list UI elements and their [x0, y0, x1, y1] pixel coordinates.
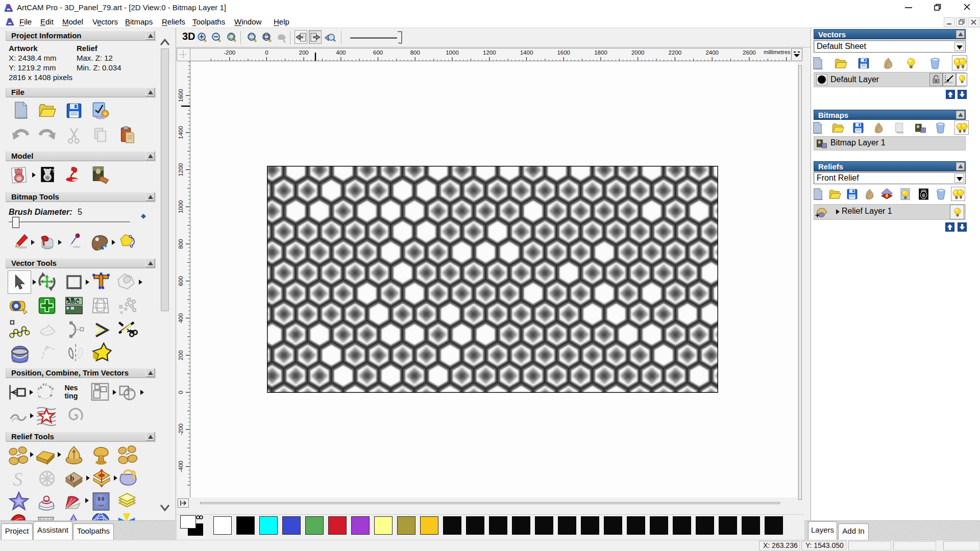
svg-text:0: 0 [265, 49, 268, 56]
svg-text:1800: 1800 [594, 49, 607, 56]
svg-text:400: 400 [336, 49, 346, 56]
svg-text:ting: ting [64, 392, 78, 400]
svg-text:1600: 1600 [178, 89, 184, 102]
svg-text:T: T [52, 168, 55, 173]
svg-text:1400: 1400 [178, 126, 184, 139]
svg-text:400: 400 [178, 313, 184, 323]
svg-text:c: c [37, 395, 42, 398]
svg-text:1200: 1200 [178, 163, 184, 177]
svg-text:o n: o n [48, 384, 55, 391]
svg-text:2200: 2200 [669, 49, 682, 56]
svg-text:b: b [70, 474, 74, 482]
svg-text:0: 0 [178, 391, 184, 394]
svg-text:Nes: Nes [64, 384, 78, 392]
svg-text:200: 200 [178, 350, 184, 360]
svg-text:x t: x t [42, 382, 47, 387]
svg-text:2000: 2000 [631, 49, 645, 56]
svg-text:1000: 1000 [178, 201, 184, 214]
svg-text:1600: 1600 [557, 49, 570, 56]
svg-text:1200: 1200 [483, 49, 496, 56]
svg-text:1400: 1400 [520, 49, 533, 56]
svg-text:600: 600 [373, 49, 383, 56]
svg-text:600: 600 [178, 276, 184, 286]
svg-text:-400: -400 [178, 461, 184, 472]
svg-text:1000: 1000 [446, 49, 459, 56]
svg-text:800: 800 [178, 239, 184, 249]
svg-text:2400: 2400 [705, 49, 719, 56]
svg-text:200: 200 [299, 49, 309, 56]
svg-text:-200: -200 [178, 423, 184, 435]
svg-text:-200: -200 [224, 49, 235, 56]
svg-text:2600: 2600 [743, 49, 756, 56]
svg-text:S: S [13, 469, 23, 489]
svg-text:800: 800 [410, 49, 420, 56]
